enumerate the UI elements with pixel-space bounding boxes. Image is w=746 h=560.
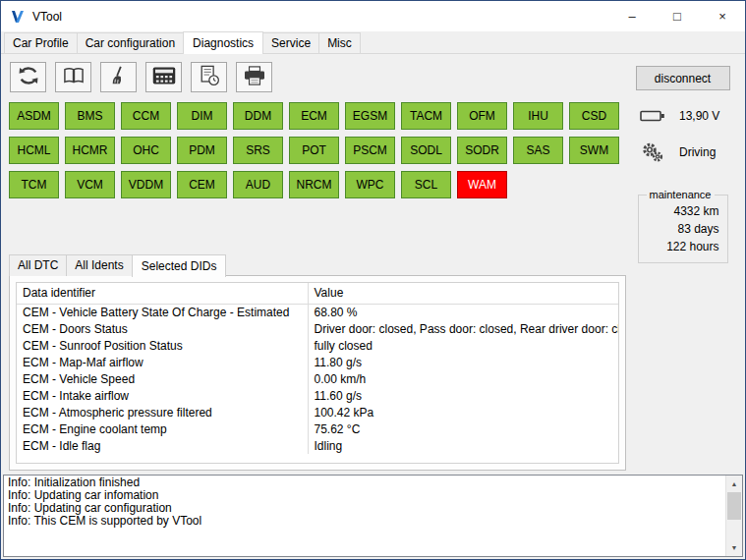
log-panel: Info: Initialization finishedInfo: Updat… — [3, 475, 743, 557]
table-row[interactable]: ECM - Engine coolant temp75.62 °C — [17, 420, 618, 437]
scroll-up-icon[interactable]: ▲ — [726, 476, 742, 492]
tab-car-configuration[interactable]: Car configuration — [77, 32, 184, 53]
ecu-button-sas[interactable]: SAS — [513, 137, 563, 164]
minimize-button[interactable]: – — [609, 1, 655, 31]
print-button[interactable] — [236, 62, 272, 92]
report-history-icon — [199, 65, 220, 89]
ecu-button-ofm[interactable]: OFM — [457, 102, 507, 130]
main-tabbar: Car Profile Car configuration Diagnostic… — [1, 31, 745, 54]
report-history-button[interactable] — [191, 62, 227, 92]
ecu-button-sodl[interactable]: SODL — [401, 137, 451, 164]
ecu-button-bms[interactable]: BMS — [65, 102, 115, 130]
log-lines: Info: Initialization finishedInfo: Updat… — [4, 476, 725, 556]
ecu-button-egsm[interactable]: EGSM — [345, 102, 395, 130]
titlebar: VTool – □ × — [1, 1, 745, 31]
ecu-button-swm[interactable]: SWM — [569, 137, 619, 164]
ecu-button-cem[interactable]: CEM — [177, 171, 227, 198]
cell-identifier: ECM - Engine coolant temp — [17, 420, 308, 437]
table-row[interactable]: CEM - Sunroof Position Statusfully close… — [17, 337, 618, 354]
battery-voltage: 13,90 V — [679, 109, 719, 123]
window-title: VTool — [32, 10, 62, 24]
read-codes-button[interactable] — [55, 62, 91, 92]
did-table-panel: Data identifier Value CEM - Vehicle Batt… — [9, 275, 626, 471]
ecu-button-ihu[interactable]: IHU — [513, 102, 563, 130]
ecu-button-hcmr[interactable]: HCMR — [65, 137, 115, 164]
ecu-button-pscm[interactable]: PSCM — [345, 137, 395, 164]
cell-identifier: ECM - Atmospheric pressure filtered — [17, 404, 308, 420]
window-controls: – □ × — [609, 1, 745, 31]
scrollbar-thumb[interactable] — [727, 492, 741, 520]
ecu-button-vcm[interactable]: VCM — [65, 171, 115, 198]
scrollbar-track[interactable] — [726, 492, 742, 539]
ecu-button-tacm[interactable]: TACM — [401, 102, 451, 130]
ecu-button-ccm[interactable]: CCM — [121, 102, 171, 130]
disconnect-button[interactable]: disconnect — [636, 66, 730, 90]
ecu-button-ecm[interactable]: ECM — [289, 102, 339, 130]
cell-value: 0.00 km/h — [308, 370, 618, 387]
refresh-button[interactable] — [10, 62, 46, 92]
ecu-button-asdm[interactable]: ASDM — [9, 102, 59, 130]
close-button[interactable]: × — [700, 1, 745, 31]
ecu-grid: ASDMBMSCCMDIMDDMECMEGSMTACMOFMIHUCSDHCML… — [9, 102, 626, 205]
table-row[interactable]: ECM - Map-Maf airflow11.80 g/s — [17, 354, 618, 370]
ecu-button-wpc[interactable]: WPC — [345, 171, 395, 198]
ecu-button-aud[interactable]: AUD — [233, 171, 283, 198]
ecu-button-csd[interactable]: CSD — [569, 102, 619, 130]
cell-value: 68.80 % — [308, 304, 618, 320]
ecu-button-ohc[interactable]: OHC — [121, 137, 171, 164]
column-header-identifier[interactable]: Data identifier — [17, 283, 308, 304]
cell-value: 100.42 kPa — [308, 404, 618, 420]
cell-value: Driver door: closed, Pass door: closed, … — [308, 320, 618, 337]
print-icon — [243, 66, 266, 88]
ecu-button-pot[interactable]: POT — [289, 137, 339, 164]
clear-codes-icon — [109, 66, 129, 88]
vehicle-mode-row: Driving — [626, 141, 739, 163]
ecu-button-sodr[interactable]: SODR — [457, 137, 507, 164]
ecu-button-srs[interactable]: SRS — [233, 137, 283, 164]
maintenance-days: 83 days — [647, 220, 719, 238]
refresh-icon — [18, 66, 39, 88]
ecu-button-tcm[interactable]: TCM — [9, 171, 59, 198]
subtab-all-idents[interactable]: All Idents — [66, 254, 132, 276]
toolbar — [10, 62, 626, 92]
tab-diagnostics[interactable]: Diagnostics — [183, 31, 263, 54]
table-row[interactable]: CEM - Vehicle Battery State Of Charge - … — [17, 304, 618, 320]
did-table-container: Data identifier Value CEM - Vehicle Batt… — [16, 282, 619, 464]
table-row[interactable]: ECM - Idle flagIdling — [17, 437, 618, 454]
cell-value: Idling — [308, 437, 618, 454]
did-table: Data identifier Value CEM - Vehicle Batt… — [17, 283, 618, 454]
ecu-button-dim[interactable]: DIM — [177, 102, 227, 130]
ecu-button-wam[interactable]: WAM — [457, 171, 507, 198]
cell-identifier: ECM - Intake airflow — [17, 387, 308, 404]
did-subtabs: All DTC All Idents Selected DIDs — [9, 254, 626, 276]
battery-status-row: 13,90 V — [626, 109, 739, 123]
read-codes-icon — [63, 66, 85, 88]
ecu-button-vddm[interactable]: VDDM — [121, 171, 171, 198]
table-row[interactable]: ECM - Intake airflow11.60 g/s — [17, 387, 618, 404]
ecu-button-scl[interactable]: SCL — [401, 171, 451, 198]
tab-car-profile[interactable]: Car Profile — [4, 32, 78, 53]
cell-value: fully closed — [308, 337, 618, 354]
table-row[interactable]: CEM - Doors StatusDriver door: closed, P… — [17, 320, 618, 337]
cell-value: 75.62 °C — [308, 420, 618, 437]
subtab-selected-dids[interactable]: Selected DIDs — [132, 254, 227, 277]
table-row[interactable]: ECM - Atmospheric pressure filtered100.4… — [17, 404, 618, 420]
table-row[interactable]: ECM - Vehicle Speed0.00 km/h — [17, 370, 618, 387]
log-scrollbar[interactable]: ▲ ▼ — [725, 476, 742, 556]
ecu-button-hcml[interactable]: HCML — [9, 137, 59, 164]
diagnostics-content: ASDMBMSCCMDIMDDMECMEGSMTACMOFMIHUCSDHCML… — [9, 58, 626, 471]
calculator-button[interactable] — [145, 62, 182, 92]
clear-codes-button[interactable] — [100, 62, 137, 92]
sidebar: disconnect 13,90 V — [626, 58, 739, 471]
maintenance-km: 4332 km — [647, 202, 719, 220]
tab-service[interactable]: Service — [262, 32, 319, 53]
scroll-down-icon[interactable]: ▼ — [726, 539, 742, 556]
tab-misc[interactable]: Misc — [318, 32, 361, 53]
ecu-button-ddm[interactable]: DDM — [233, 102, 283, 130]
ecu-button-pdm[interactable]: PDM — [177, 137, 227, 164]
cell-identifier: CEM - Sunroof Position Status — [17, 337, 308, 354]
column-header-value[interactable]: Value — [308, 283, 618, 304]
ecu-button-nrcm[interactable]: NRCM — [289, 171, 339, 198]
maximize-button[interactable]: □ — [655, 1, 700, 31]
subtab-all-dtc[interactable]: All DTC — [9, 254, 67, 276]
